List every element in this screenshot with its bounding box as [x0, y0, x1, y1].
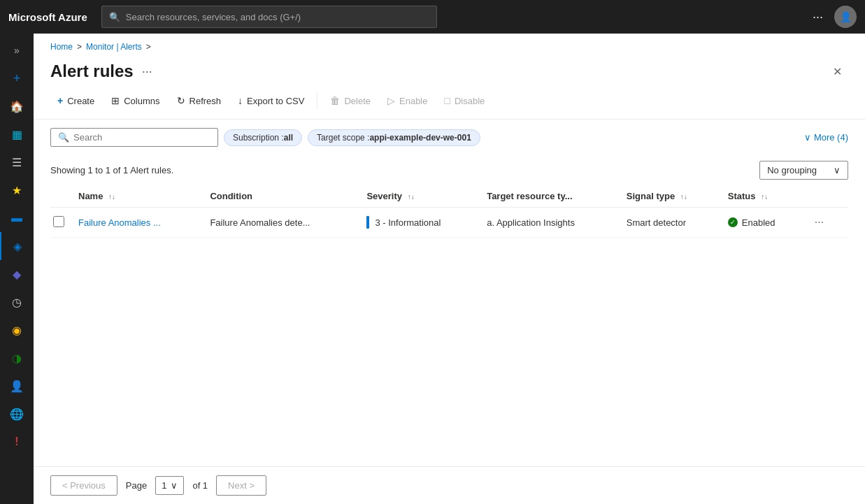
sidebar-item-new[interactable]: +	[0, 64, 34, 92]
table-row: Failure Anomalies ... Failure Anomalies …	[50, 208, 848, 238]
status-sort-icon[interactable]: ↑↓	[761, 193, 768, 201]
severity-sort-icon[interactable]: ↑↓	[408, 193, 415, 201]
global-search[interactable]: 🔍	[101, 6, 437, 28]
star-icon: ★	[12, 184, 22, 197]
sidebar-item-user[interactable]: 👤	[0, 372, 34, 400]
previous-button[interactable]: < Previous	[50, 475, 117, 496]
grouping-select[interactable]: No grouping ∨	[759, 161, 848, 180]
create-button[interactable]: + Create	[50, 91, 101, 110]
avatar-icon: 👤	[840, 11, 852, 22]
alert-rules-table: Name ↑↓ Condition Severity ↑↓ Target res…	[50, 185, 848, 238]
row-name-link[interactable]: Failure Anomalies ...	[78, 217, 161, 228]
next-button[interactable]: Next >	[216, 475, 266, 496]
sidebar-item-defender[interactable]: ◆	[0, 260, 34, 288]
search-wrap[interactable]: 🔍	[50, 128, 218, 147]
page-select-chevron-icon: ∨	[171, 480, 178, 491]
status-cell: ✓ Enabled	[728, 217, 799, 228]
sidebar-item-globe[interactable]: 🌐	[0, 400, 34, 428]
header-more-button[interactable]: ···	[142, 64, 152, 79]
current-page-value: 1	[162, 480, 166, 491]
alert-icon: !	[15, 435, 18, 448]
filter-bar: 🔍 Subscription : all Target scope : appi…	[34, 120, 865, 155]
avatar[interactable]: 👤	[834, 6, 857, 28]
sidebar-item-alert[interactable]: !	[0, 428, 34, 456]
export-icon: ↓	[238, 95, 243, 106]
more-chevron-icon: ∨	[804, 132, 811, 143]
table-meta-row: Showing 1 to 1 of 1 Alert rules. No grou…	[50, 155, 848, 185]
sidebar-item-recent[interactable]: ▬	[0, 204, 34, 232]
user-icon: 👤	[10, 380, 24, 393]
status-dot-icon: ✓	[728, 217, 738, 227]
name-sort-icon[interactable]: ↑↓	[108, 193, 115, 201]
table-area: Showing 1 to 1 of 1 Alert rules. No grou…	[34, 155, 865, 466]
columns-button[interactable]: ⊞ Columns	[104, 91, 166, 110]
create-icon: +	[57, 95, 63, 106]
columns-icon: ⊞	[111, 95, 120, 106]
disable-button[interactable]: □ Disable	[437, 91, 492, 110]
page-title: Alert rules	[50, 62, 134, 81]
sidebar-item-monitor[interactable]: ◈	[0, 232, 34, 260]
search-input[interactable]	[73, 132, 210, 143]
select-all-col	[50, 185, 76, 208]
security-icon: ◑	[12, 352, 22, 365]
row-checkbox-cell[interactable]	[50, 208, 76, 238]
content-area: Home > Monitor | Alerts > Alert rules ··…	[34, 34, 865, 504]
row-checkbox[interactable]	[53, 216, 64, 227]
sidebar-item-dashboard[interactable]: ▦	[0, 120, 34, 148]
target-scope-filter[interactable]: Target scope : appi-example-dev-we-001	[308, 129, 480, 146]
page-header: Alert rules ··· ✕	[34, 55, 865, 82]
sidebar-item-security[interactable]: ◑	[0, 344, 34, 372]
signal-sort-icon[interactable]: ↑↓	[680, 193, 687, 201]
more-filters-link[interactable]: ∨ More (4)	[804, 132, 848, 143]
col-target-label: Target resource ty...	[487, 191, 572, 201]
col-header-name[interactable]: Name ↑↓	[76, 185, 207, 208]
disable-icon: □	[444, 95, 450, 106]
col-header-target-resource[interactable]: Target resource ty...	[484, 185, 624, 208]
insights-icon: ◉	[12, 324, 22, 337]
severity-bar: 3 - Informational	[366, 216, 476, 229]
row-more-button[interactable]: ···	[810, 215, 828, 230]
close-button[interactable]: ✕	[826, 60, 848, 82]
main-layout: » + 🏠 ▦ ☰ ★ ▬ ◈ ◆ ◷ ◉ ◑	[0, 34, 865, 504]
severity-value: 3 - Informational	[375, 217, 441, 228]
sidebar: » + 🏠 ▦ ☰ ★ ▬ ◈ ◆ ◷ ◉ ◑	[0, 34, 34, 504]
global-search-input[interactable]	[126, 12, 429, 22]
enable-icon: ▷	[387, 95, 395, 106]
breadcrumb: Home > Monitor | Alerts >	[34, 34, 865, 55]
sidebar-item-favorites[interactable]: ★	[0, 176, 34, 204]
sidebar-item-all-services[interactable]: ☰	[0, 148, 34, 176]
col-header-severity[interactable]: Severity ↑↓	[364, 185, 484, 208]
topbar-more-button[interactable]: ···	[813, 10, 823, 24]
col-condition-label: Condition	[210, 191, 252, 201]
col-signal-label: Signal type	[627, 191, 675, 201]
col-header-status[interactable]: Status ↑↓	[725, 185, 808, 208]
breadcrumb-sep2: >	[146, 42, 151, 52]
row-actions: ···	[808, 208, 848, 238]
row-target-resource: a. Application Insights	[484, 208, 624, 238]
page-label: Page	[126, 480, 147, 491]
expand-icon: »	[14, 45, 20, 56]
add-icon: +	[13, 71, 21, 86]
refresh-button[interactable]: ↻ Refresh	[170, 91, 229, 110]
page-number-select[interactable]: 1 ∨	[155, 476, 184, 495]
sidebar-item-insights[interactable]: ◉	[0, 316, 34, 344]
page-title-row: Alert rules ···	[50, 62, 152, 81]
col-severity-label: Severity	[366, 191, 402, 201]
sidebar-item-home[interactable]: 🏠	[0, 92, 34, 120]
enable-button[interactable]: ▷ Enable	[380, 91, 434, 110]
app-logo: Microsoft Azure	[8, 11, 87, 23]
col-header-signal-type[interactable]: Signal type ↑↓	[624, 185, 725, 208]
export-button[interactable]: ↓ Export to CSV	[231, 91, 311, 110]
col-header-condition[interactable]: Condition	[207, 185, 364, 208]
col-header-actions	[808, 185, 848, 208]
clock-icon: ◷	[12, 296, 22, 309]
breadcrumb-monitor[interactable]: Monitor | Alerts	[86, 42, 142, 52]
delete-button[interactable]: 🗑 Delete	[323, 91, 378, 110]
row-condition: Failure Anomalies dete...	[207, 208, 364, 238]
sidebar-expand-button[interactable]: »	[0, 36, 34, 64]
toolbar: + Create ⊞ Columns ↻ Refresh ↓ Export to…	[34, 82, 865, 120]
subscription-filter[interactable]: Subscription : all	[224, 129, 302, 146]
col-name-label: Name	[78, 191, 103, 201]
sidebar-item-clock[interactable]: ◷	[0, 288, 34, 316]
breadcrumb-home[interactable]: Home	[50, 42, 73, 52]
